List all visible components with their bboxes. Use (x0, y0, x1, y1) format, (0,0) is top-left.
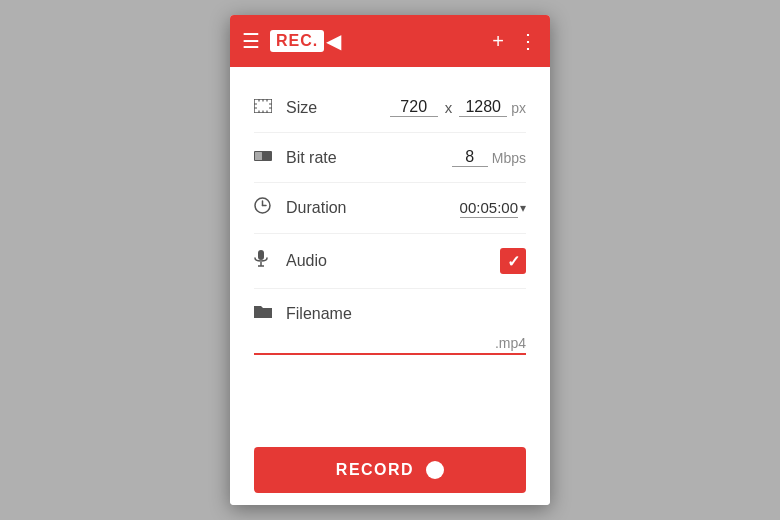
audio-checkbox-container: ✓ (500, 248, 526, 274)
duration-icon (254, 197, 280, 219)
bitrate-icon (254, 147, 280, 168)
checkmark-icon: ✓ (507, 252, 520, 271)
duration-value: 00:05:00 (460, 199, 518, 218)
menu-icon[interactable]: ☰ (242, 29, 260, 53)
duration-dropdown[interactable]: 00:05:00 ▾ (460, 199, 526, 218)
more-options-icon[interactable]: ⋮ (518, 29, 538, 53)
add-icon[interactable]: + (492, 30, 504, 53)
size-width-input[interactable] (390, 98, 438, 117)
filename-ext: .mp4 (495, 335, 526, 351)
audio-checkbox[interactable]: ✓ (500, 248, 526, 274)
toolbar-actions: + ⋮ (492, 29, 538, 53)
settings-content: Size x px Bit rate Mbps (230, 67, 550, 431)
record-btn-container: RECORD (230, 431, 550, 505)
record-dot-icon (426, 461, 444, 479)
bitrate-input[interactable] (452, 148, 488, 167)
size-icon (254, 97, 280, 118)
audio-label: Audio (286, 252, 500, 270)
duration-chevron-icon: ▾ (520, 201, 526, 215)
size-value: x px (390, 98, 526, 117)
camera-icon: ◀ (326, 29, 341, 53)
bitrate-value: Mbps (452, 148, 526, 167)
size-unit: px (511, 100, 526, 116)
logo-text: REC. (270, 30, 324, 52)
size-label: Size (286, 99, 390, 117)
filename-label: Filename (286, 305, 526, 323)
filename-input[interactable] (254, 334, 491, 351)
times-icon: x (445, 99, 453, 116)
svg-rect-12 (255, 152, 262, 160)
record-label: RECORD (336, 461, 414, 479)
size-height-input[interactable] (459, 98, 507, 117)
record-button[interactable]: RECORD (254, 447, 526, 493)
filename-label-row: Filename (254, 303, 526, 324)
filename-input-row: .mp4 (254, 334, 526, 355)
toolbar: ☰ REC. ◀ + ⋮ (230, 15, 550, 67)
toolbar-logo: REC. ◀ (270, 29, 492, 53)
bitrate-unit: Mbps (492, 150, 526, 166)
audio-row: Audio ✓ (254, 234, 526, 289)
bitrate-label: Bit rate (286, 149, 452, 167)
audio-icon (254, 250, 280, 273)
duration-label: Duration (286, 199, 460, 217)
svg-rect-16 (258, 250, 264, 260)
size-row: Size x px (254, 83, 526, 133)
duration-row: Duration 00:05:00 ▾ (254, 183, 526, 234)
filename-row: Filename .mp4 (254, 289, 526, 363)
phone-container: ☰ REC. ◀ + ⋮ (230, 15, 550, 505)
filename-icon (254, 303, 280, 324)
bitrate-row: Bit rate Mbps (254, 133, 526, 183)
